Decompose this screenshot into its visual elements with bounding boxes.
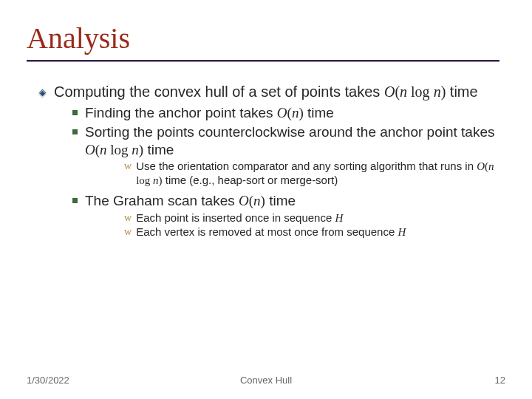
slide-content: Computing the convex hull of a set of po… xyxy=(27,83,505,239)
footer-page-number: 12 xyxy=(495,375,505,386)
square-icon xyxy=(72,110,78,115)
bullet-w-icon: w xyxy=(124,226,132,238)
level3-group: w Use the orientation comparator and any… xyxy=(72,160,505,188)
square-icon xyxy=(72,198,78,203)
slide-title: Analysis xyxy=(27,21,505,55)
level2-group: Finding the anchor point takes O(n) time… xyxy=(37,104,505,239)
bullet-text: Each point is inserted once in sequence … xyxy=(136,211,343,225)
bullet-text: Use the orientation comparator and any s… xyxy=(136,160,505,188)
level3-group: w Each point is inserted once in sequenc… xyxy=(72,211,505,240)
footer-title: Convex Hull xyxy=(240,375,292,386)
slide-footer: 1/30/2022 Convex Hull 12 xyxy=(0,375,532,386)
bullet-w-icon: w xyxy=(124,160,132,172)
bullet-text: Computing the convex hull of a set of po… xyxy=(54,83,478,101)
bullet-text: Sorting the points counterclockwise arou… xyxy=(85,123,505,159)
footer-date: 1/30/2022 xyxy=(27,375,69,386)
bullet-level2: Sorting the points counterclockwise arou… xyxy=(72,123,505,159)
slide: Analysis Computing the convex hull of a … xyxy=(0,0,532,399)
square-icon xyxy=(72,129,78,134)
bullet-level2: The Graham scan takes O(n) time xyxy=(72,192,505,210)
bullet-text: The Graham scan takes O(n) time xyxy=(85,192,296,210)
bullet-level3: w Use the orientation comparator and any… xyxy=(124,160,505,188)
bullet-level3: w Each vertex is removed at most once fr… xyxy=(124,225,505,239)
bullet-text: Each vertex is removed at most once from… xyxy=(136,225,406,239)
bullet-level3: w Each point is inserted once in sequenc… xyxy=(124,211,505,225)
bullet-level2: Finding the anchor point takes O(n) time xyxy=(72,104,505,122)
bullet-text: Finding the anchor point takes O(n) time xyxy=(85,104,334,122)
diamond-icon xyxy=(37,87,48,98)
title-underline xyxy=(27,60,499,62)
bullet-w-icon: w xyxy=(124,212,132,224)
bullet-level1: Computing the convex hull of a set of po… xyxy=(37,83,505,101)
